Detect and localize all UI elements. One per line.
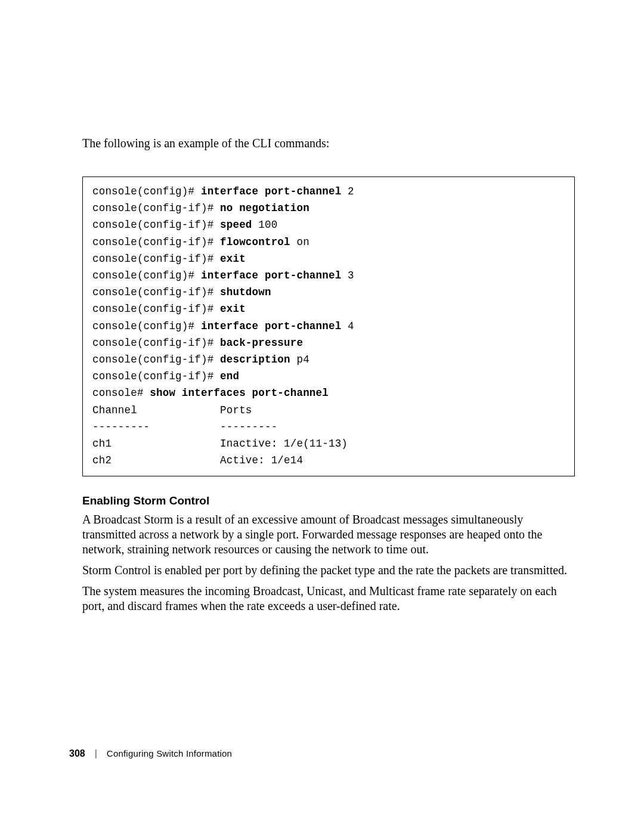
document-page: The following is an example of the CLI c… (0, 0, 644, 833)
cli-line: console(config)# interface port-channel … (92, 318, 565, 335)
cli-line: console(config-if)# exit (92, 301, 565, 317)
section-heading-storm-control: Enabling Storm Control (82, 494, 575, 507)
cli-line: console(config-if)# shutdown (92, 284, 565, 301)
cli-example-box: console(config)# interface port-channel … (82, 176, 575, 476)
body-paragraph: Storm Control is enabled per port by def… (82, 563, 575, 578)
body-paragraph: The system measures the incoming Broadca… (82, 584, 575, 614)
intro-paragraph: The following is an example of the CLI c… (82, 135, 575, 151)
page-number: 308 (69, 748, 85, 759)
cli-line: console(config-if)# description p4 (92, 351, 565, 368)
page-footer: 308 | Configuring Switch Information (69, 748, 232, 759)
cli-line: console(config-if)# back-pressure (92, 335, 565, 351)
cli-line: console(config-if)# flowcontrol on (92, 234, 565, 250)
footer-divider: | (95, 748, 97, 759)
cli-line: ch1 Inactive: 1/e(11-13) (92, 435, 565, 452)
cli-line: Channel Ports (92, 402, 565, 419)
cli-line: console(config-if)# exit (92, 250, 565, 267)
cli-line: console(config-if)# no negotiation (92, 200, 565, 216)
footer-section-title: Configuring Switch Information (107, 748, 232, 758)
cli-line: --------- --------- (92, 419, 565, 435)
cli-line: console(config-if)# end (92, 368, 565, 385)
cli-line: console(config)# interface port-channel … (92, 267, 565, 284)
body-paragraph: A Broadcast Storm is a result of an exce… (82, 512, 575, 557)
cli-line: console(config)# interface port-channel … (92, 183, 565, 200)
cli-line: console(config-if)# speed 100 (92, 216, 565, 233)
cli-line: console# show interfaces port-channel (92, 385, 565, 401)
cli-line: ch2 Active: 1/e14 (92, 452, 565, 469)
